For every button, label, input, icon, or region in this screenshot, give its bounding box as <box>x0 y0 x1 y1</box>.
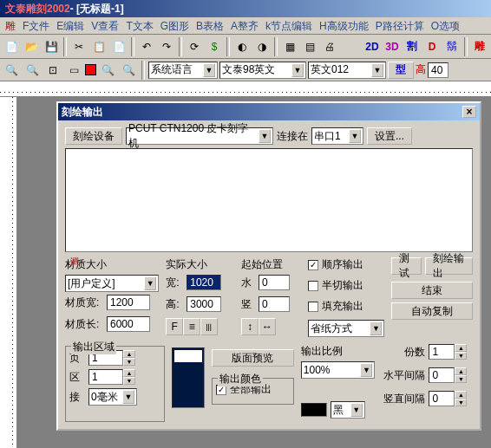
seq-checkbox[interactable]: ✓ <box>308 260 318 270</box>
page-preview-button[interactable]: 版面预览 <box>212 349 294 367</box>
menu-table[interactable]: B表格 <box>196 19 224 32</box>
refresh-icon[interactable]: ⟳ <box>185 37 204 56</box>
align-icons: F≡⫼ <box>166 318 234 335</box>
menu-advanced[interactable]: H高级功能 <box>319 19 369 32</box>
color-label: 输出颜色 <box>218 372 263 386</box>
pos1-icon[interactable]: ↕ <box>241 318 259 335</box>
real-width-input[interactable] <box>187 275 221 290</box>
color-red[interactable] <box>85 64 96 75</box>
font1-combo[interactable]: 文泰98英文▼ <box>219 62 306 79</box>
mat-length-input[interactable] <box>107 316 150 332</box>
paper-combo[interactable]: 省纸方式▼ <box>308 320 385 337</box>
thumb-preview <box>172 347 205 408</box>
align-v-icon[interactable]: ⫼ <box>200 318 218 335</box>
hgap-down[interactable]: ▼ <box>455 375 467 383</box>
cut-icon[interactable]: ✂ <box>69 37 88 56</box>
start-y-input[interactable] <box>259 296 290 312</box>
dollar-icon[interactable]: $ <box>205 37 224 56</box>
close-icon[interactable]: × <box>462 106 476 118</box>
dialog-titlebar[interactable]: 刻绘输出 × <box>58 103 480 120</box>
vgap-input[interactable] <box>429 391 455 406</box>
pos2-icon[interactable]: ↔ <box>259 318 276 335</box>
start-pos-label: 起始位置 <box>241 257 301 272</box>
d-button[interactable]: D <box>422 37 442 56</box>
tool2-icon[interactable]: ◑ <box>252 37 272 56</box>
page-down[interactable]: ▼ <box>123 358 135 366</box>
menu-align[interactable]: A整齐 <box>231 19 259 32</box>
settings-button[interactable]: 设置... <box>367 127 412 145</box>
mat-width-input[interactable] <box>107 295 150 310</box>
mat-custom-combo[interactable]: [用户定义]▼ <box>65 275 159 292</box>
tool-icon[interactable]: ◐ <box>232 37 252 56</box>
device-combo[interactable]: PCUT CTN1200 皮卡刻字机▼ <box>126 127 273 145</box>
zone-up[interactable]: ▲ <box>123 369 135 377</box>
output-button[interactable]: 刻绘输出 <box>425 257 473 275</box>
lang-combo[interactable]: 系统语言▼ <box>148 62 218 79</box>
align-h-icon[interactable]: ≡ <box>183 318 200 335</box>
auto-copy-button[interactable]: 自动复制 <box>391 302 473 320</box>
3d-button[interactable]: 3D <box>383 37 402 56</box>
app-titlebar: 文泰雕刻2002 - [无标题-1] <box>0 0 491 17</box>
zoom-out-icon[interactable]: 🔍 <box>23 61 42 80</box>
half-checkbox[interactable] <box>308 281 318 291</box>
grid-icon[interactable]: ▦ <box>280 37 299 56</box>
menu-graphic[interactable]: G图形 <box>160 19 189 32</box>
open-icon[interactable]: 📂 <box>22 37 41 56</box>
carve-button[interactable]: 雕 <box>470 37 489 56</box>
page-up[interactable]: ▲ <box>123 350 135 358</box>
color-combo[interactable]: 黑▼ <box>331 401 365 419</box>
hgap-input[interactable] <box>429 367 455 383</box>
dialog-title: 刻绘输出 <box>62 105 103 120</box>
device-button[interactable]: 刻绘设备 <box>65 127 122 145</box>
canvas[interactable]: 刻绘输出 × 刻绘设备 PCUT CTN1200 皮卡刻字机▼ 连接在 串口1▼… <box>17 97 491 448</box>
print-icon[interactable]: 🖨 <box>320 37 339 56</box>
start-x-input[interactable] <box>259 275 290 290</box>
height-input[interactable] <box>428 62 448 78</box>
k-button[interactable]: 鬍 <box>442 37 462 56</box>
zoom-sel-icon[interactable]: 🔍 <box>98 61 117 80</box>
ratio-combo[interactable]: 100%▼ <box>301 361 376 379</box>
color-swatch[interactable] <box>301 403 327 417</box>
redo-icon[interactable]: ↷ <box>157 37 176 56</box>
cut-button[interactable]: 割 <box>403 37 422 56</box>
app-name: 文泰雕刻2002 <box>5 2 70 16</box>
vgap-down[interactable]: ▼ <box>455 399 467 406</box>
menu-carve[interactable]: 雕 <box>5 19 16 32</box>
copies-up[interactable]: ▲ <box>455 344 467 352</box>
zoom-page-icon[interactable]: ▭ <box>64 61 83 80</box>
menu-text[interactable]: T文本 <box>126 19 153 32</box>
zoom-in-icon[interactable]: 🔍 <box>2 61 21 80</box>
zone-down[interactable]: ▼ <box>123 377 135 385</box>
type-button[interactable]: 型 <box>388 62 414 79</box>
align-f-icon[interactable]: F <box>166 318 183 335</box>
zoom-fit-icon[interactable]: ⊡ <box>43 61 62 80</box>
save-icon[interactable]: 💾 <box>42 37 61 56</box>
menu-options[interactable]: O选项 <box>431 19 460 32</box>
2d-button[interactable]: 2D <box>363 37 382 56</box>
fill-checkbox[interactable] <box>308 302 318 312</box>
paste-icon[interactable]: 📄 <box>109 37 128 56</box>
font2-combo[interactable]: 英文012▼ <box>308 62 386 79</box>
real-height-input[interactable] <box>187 296 221 312</box>
toolbar-main: 📄 📂 💾 ✂ 📋 📄 ↶ ↷ ⟳ $ ◐ ◑ ▦ ▤ 🖨 2D 3D 割 D … <box>0 35 491 59</box>
zone-input[interactable] <box>88 369 123 385</box>
menu-view[interactable]: V查看 <box>91 19 119 32</box>
test-button[interactable]: 测试 <box>391 257 422 275</box>
menu-node[interactable]: k节点编辑 <box>265 19 312 32</box>
conn-combo[interactable]: 0毫米▼ <box>88 388 137 406</box>
copies-down[interactable]: ▼ <box>455 352 467 360</box>
copy-icon[interactable]: 📋 <box>89 37 108 56</box>
menu-edit[interactable]: E编辑 <box>56 19 84 32</box>
vgap-up[interactable]: ▲ <box>455 391 467 399</box>
zoom-all-icon[interactable]: 🔍 <box>119 61 138 80</box>
undo-icon[interactable]: ↶ <box>137 37 156 56</box>
mat-size-label: 材质大小 <box>65 257 159 272</box>
hgap-up[interactable]: ▲ <box>455 367 467 375</box>
copies-input[interactable] <box>429 344 455 360</box>
menu-path[interactable]: P路径计算 <box>376 19 424 32</box>
layer-icon[interactable]: ▤ <box>300 37 319 56</box>
port-combo[interactable]: 串口1▼ <box>311 127 363 145</box>
end-button[interactable]: 结束 <box>391 282 473 299</box>
menu-file[interactable]: F文件 <box>23 19 49 32</box>
new-icon[interactable]: 📄 <box>2 37 21 56</box>
